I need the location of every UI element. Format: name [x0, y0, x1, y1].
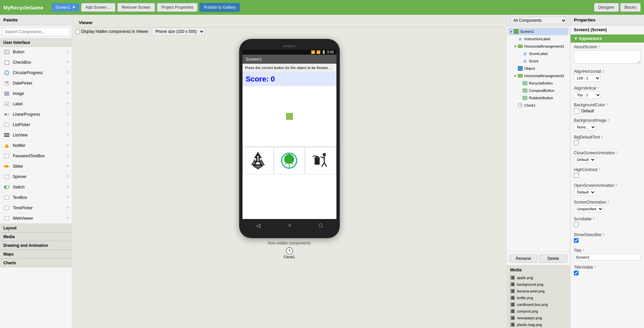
prop-help-screenorientation[interactable]: ?	[607, 201, 609, 204]
palette-item-passwordtextbox-help[interactable]: ?	[66, 154, 68, 158]
palette-item-linearprogress-help[interactable]: ?	[66, 112, 68, 116]
phone-size-select[interactable]: Phone size (320 x 505)	[152, 28, 205, 36]
prop-help-alignhorizontal[interactable]: ?	[602, 70, 604, 73]
prop-checkbox-bigdefaulttext[interactable]	[574, 141, 579, 145]
designer-button[interactable]: Designer	[594, 3, 619, 12]
palette-item-listpicker[interactable]: ListPicker ?	[0, 120, 72, 130]
palette-item-webviewer[interactable]: WebViewer ?	[0, 213, 72, 224]
prop-help-showstatusbar[interactable]: ?	[603, 233, 605, 237]
rename-button[interactable]: Rename	[509, 255, 537, 263]
recycle-button[interactable]	[243, 147, 274, 174]
prop-help-bigdefaulttext[interactable]: ?	[601, 135, 603, 139]
palette-item-circularprogress[interactable]: CircularProgress ?	[0, 68, 72, 78]
palette-item-checkbox-help[interactable]: ?	[66, 60, 68, 64]
palette-item-webviewer-help[interactable]: ?	[66, 216, 68, 220]
delete-button[interactable]: Delete	[539, 255, 567, 263]
palette-item-switch-help[interactable]: ?	[66, 185, 68, 189]
prop-checkbox-showstatusbar[interactable]	[574, 238, 579, 243]
rubbish-button[interactable]	[305, 147, 336, 174]
palette-item-spinner-help[interactable]: ?	[66, 175, 68, 179]
palette-item-listpicker-help[interactable]: ?	[66, 123, 68, 127]
palette-item-datepicker-help[interactable]: ?	[66, 81, 68, 85]
palette-item-spinner[interactable]: Spinner ?	[0, 172, 72, 182]
palette-item-notifier-help[interactable]: ?	[66, 144, 68, 148]
prop-input-aboutscreen[interactable]	[574, 50, 641, 64]
prop-help-closescreenanimation[interactable]: ?	[616, 151, 618, 155]
palette-item-button[interactable]: Button ?	[0, 47, 72, 57]
palette-item-listview[interactable]: ListView ?	[0, 130, 72, 141]
background-color-swatch[interactable]	[574, 108, 579, 114]
prop-help-backgroundimage[interactable]: ?	[607, 119, 609, 122]
toggle-horiz1[interactable]: ▼	[514, 45, 518, 48]
palette-item-passwordtextbox[interactable]: PasswordTextBox ?	[0, 151, 72, 161]
home-nav-icon[interactable]: ○	[288, 222, 291, 229]
palette-item-linearprogress[interactable]: LinearProgress ?	[0, 109, 72, 120]
back-nav-icon[interactable]: ◁	[256, 222, 260, 229]
prop-select-screenorientation[interactable]: Unspecified Portrait Landscape	[574, 206, 603, 212]
comp-item-rubbishbutton[interactable]: RubbishButton	[508, 94, 569, 102]
prop-checkbox-scrollable[interactable]	[574, 222, 579, 227]
prop-help-alignvertical[interactable]: ?	[597, 87, 599, 90]
media-item-newspaper[interactable]: 🖼 newspaper.png	[507, 315, 570, 321]
palette-item-notifier[interactable]: Notifier ?	[0, 141, 72, 151]
prop-input-title[interactable]	[574, 254, 641, 261]
palette-item-label[interactable]: A Label ?	[0, 99, 72, 109]
blocks-button[interactable]: Blocks	[620, 3, 641, 12]
media-item-apple[interactable]: 🖼 apple.png	[507, 274, 570, 281]
comp-item-instructionlabel[interactable]: A InstructionLabel	[508, 35, 569, 43]
palette-item-image-help[interactable]: ?	[66, 92, 68, 96]
all-components-select[interactable]: All Components	[510, 17, 567, 24]
prop-help-backgroundcolor[interactable]: ?	[606, 103, 608, 107]
display-hidden-checkbox[interactable]	[75, 30, 80, 34]
prop-help-titlevisible[interactable]: ?	[594, 266, 596, 269]
prop-select-alignhorizontal[interactable]: Left : 1 Center : 3 Right : 2	[574, 75, 600, 81]
media-item-bottle[interactable]: 🖼 bottle.png	[507, 294, 570, 301]
comp-item-scorelabel[interactable]: A ScoreLabel	[508, 50, 569, 57]
palette-item-slider[interactable]: Slider ?	[0, 161, 72, 172]
palette-item-textbox-help[interactable]: ?	[66, 196, 68, 200]
recent-nav-icon[interactable]: □	[319, 222, 322, 229]
screen-dropdown[interactable]: Screen1 ▼	[52, 3, 79, 11]
comp-item-horiz2[interactable]: ▼ HorizontalArrangement2	[508, 72, 569, 79]
palette-item-timepicker-help[interactable]: ?	[66, 206, 68, 210]
media-item-banana-peel[interactable]: 🖼 banana-peel.png	[507, 288, 570, 294]
palette-item-datepicker[interactable]: 📅 DatePicker ?	[0, 78, 72, 89]
comp-item-compostbutton[interactable]: CompostButton	[508, 87, 569, 94]
prop-help-title[interactable]: ?	[582, 249, 584, 253]
comp-item-clock1[interactable]: Clock1	[508, 102, 569, 109]
palette-item-checkbox[interactable]: CheckBox ?	[0, 57, 72, 68]
palette-item-timepicker[interactable]: TimePicker ?	[0, 203, 72, 213]
palette-item-label-help[interactable]: ?	[66, 102, 68, 106]
palette-item-button-help[interactable]: ?	[66, 50, 68, 54]
prop-checkbox-titlevisible[interactable]	[574, 271, 579, 275]
compost-button[interactable]	[274, 147, 305, 174]
prop-checkbox-highcontrast[interactable]	[574, 173, 579, 178]
comp-item-screen1[interactable]: ▼ Screen1	[508, 28, 569, 35]
prop-help-openscreenanimation[interactable]: ?	[615, 184, 618, 187]
media-item-cardboard-box[interactable]: 🖼 cardboard-box.png	[507, 301, 570, 308]
palette-item-image[interactable]: Image ?	[0, 89, 72, 99]
prop-help-scrollable[interactable]: ?	[593, 217, 595, 221]
add-screen-button[interactable]: Add Screen ...	[81, 3, 115, 12]
palette-item-circularprogress-help[interactable]: ?	[66, 71, 68, 75]
prop-select-backgroundimage[interactable]: None...	[574, 124, 596, 130]
palette-item-listview-help[interactable]: ?	[66, 133, 68, 137]
comp-item-score[interactable]: A Score	[508, 57, 569, 65]
comp-item-recyclebutton[interactable]: RecycleButton	[508, 79, 569, 87]
palette-item-slider-help[interactable]: ?	[66, 164, 68, 168]
media-item-background[interactable]: 🖼 background.png	[507, 281, 570, 288]
comp-item-horiz1[interactable]: ▼ HorizontalArrangement1	[508, 43, 569, 50]
project-properties-button[interactable]: Project Properties	[157, 3, 198, 12]
prop-select-alignvertical[interactable]: Top : 1 Center : 2 Bottom : 3	[574, 92, 601, 98]
search-input[interactable]	[2, 28, 70, 36]
prop-help-highcontrast[interactable]: ?	[598, 168, 600, 172]
toggle-screen1[interactable]: ▼	[509, 30, 514, 34]
palette-item-switch[interactable]: Switch ?	[0, 182, 72, 193]
palette-item-textbox[interactable]: TextBox ?	[0, 193, 72, 203]
remove-screen-button[interactable]: Remove Screen	[117, 3, 155, 12]
prop-select-closescreenanimation[interactable]: Default	[574, 156, 596, 163]
toggle-horiz2[interactable]: ▼	[514, 74, 518, 78]
media-item-plastic-bag[interactable]: 🖼 plastic-bag.png	[507, 321, 570, 328]
comp-item-object[interactable]: Object	[508, 65, 569, 72]
prop-select-openscreenanimation[interactable]: Default	[574, 189, 596, 196]
